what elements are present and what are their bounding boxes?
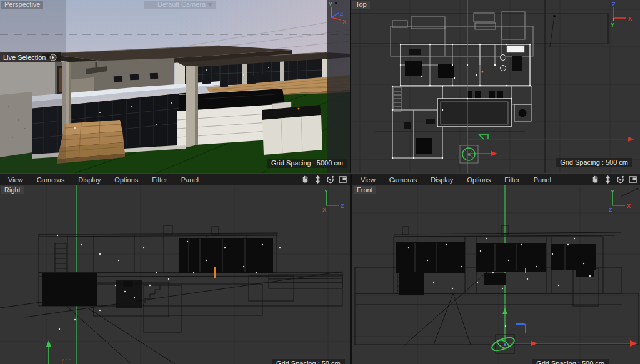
dolly-icon[interactable] bbox=[604, 175, 612, 184]
menu-panel[interactable]: Panel bbox=[174, 176, 206, 184]
menu-filter[interactable]: Filter bbox=[145, 176, 174, 184]
cinema4d-four-view-layout: Perspective Default Camera Live Selectio… bbox=[0, 0, 640, 364]
top-scene bbox=[351, 0, 640, 173]
axis-gizmo: Y Z X bbox=[321, 1, 349, 26]
menu-display[interactable]: Display bbox=[424, 176, 460, 184]
svg-text:Y: Y bbox=[324, 189, 328, 195]
grid-spacing-readout: Grid Spacing : 50 cm bbox=[272, 359, 345, 364]
axis-gizmo: Z X Y bbox=[606, 1, 634, 29]
perspective-scene bbox=[0, 0, 350, 173]
menu-filter[interactable]: Filter bbox=[498, 176, 526, 184]
svg-text:X: X bbox=[628, 16, 632, 22]
live-selection-icon bbox=[49, 54, 57, 61]
menu-options[interactable]: Options bbox=[108, 176, 145, 184]
front-scene bbox=[352, 185, 640, 364]
svg-text:Z: Z bbox=[612, 1, 616, 7]
active-tool-hint: Live Selection bbox=[0, 52, 61, 62]
camera-label: Default Camera bbox=[158, 1, 206, 8]
toggle-maximize-icon[interactable] bbox=[629, 175, 637, 184]
svg-text:Z: Z bbox=[609, 207, 612, 213]
chevron-down-icon bbox=[208, 3, 212, 6]
active-tool-label: Live Selection bbox=[3, 54, 46, 61]
viewport-label-front: Front bbox=[354, 186, 376, 194]
menu-options[interactable]: Options bbox=[460, 176, 498, 184]
menu-display[interactable]: Display bbox=[71, 176, 108, 184]
menubar-right: View Cameras Display Options Filter Pane… bbox=[352, 174, 640, 185]
rotate-icon[interactable] bbox=[326, 175, 334, 184]
viewport-label-perspective: Perspective bbox=[1, 1, 43, 9]
grid-spacing-readout: Grid Spacing : 5000 cm bbox=[267, 159, 348, 168]
camera-icon bbox=[147, 2, 155, 7]
svg-text:Y: Y bbox=[611, 22, 614, 28]
grid-spacing-readout: Grid Spacing : 500 cm bbox=[556, 158, 632, 167]
svg-text:Y: Y bbox=[611, 189, 614, 195]
menu-cameras[interactable]: Cameras bbox=[382, 176, 424, 184]
viewport-perspective[interactable]: Perspective Default Camera Live Selectio… bbox=[0, 0, 350, 173]
svg-text:X: X bbox=[342, 19, 346, 25]
menubar-left: View Cameras Display Options Filter Pane… bbox=[0, 174, 350, 185]
pan-icon[interactable] bbox=[591, 175, 599, 184]
svg-text:Y: Y bbox=[329, 1, 332, 7]
menu-view[interactable]: View bbox=[1, 176, 30, 184]
svg-text:X: X bbox=[322, 207, 326, 213]
svg-text:Z: Z bbox=[341, 203, 344, 209]
rotate-icon[interactable] bbox=[616, 175, 624, 184]
axis-gizmo: Y Z X bbox=[318, 188, 345, 215]
viewport-top[interactable]: Top Grid Spacing : 500 cm Z X Y bbox=[351, 0, 640, 173]
right-scene bbox=[0, 185, 350, 364]
menu-panel[interactable]: Panel bbox=[527, 176, 558, 184]
camera-selector[interactable]: Default Camera bbox=[144, 1, 216, 9]
grid-spacing-readout: Grid Spacing : 500 cm bbox=[532, 359, 609, 364]
dolly-icon[interactable] bbox=[314, 175, 322, 184]
menu-view[interactable]: View bbox=[354, 176, 382, 184]
viewport-front[interactable]: Front Grid Spacing : 500 cm Y X Z bbox=[352, 185, 640, 364]
toggle-maximize-icon[interactable] bbox=[339, 175, 347, 184]
viewport-label-right: Right bbox=[1, 186, 24, 194]
svg-text:Z: Z bbox=[340, 11, 344, 17]
viewport-label-top: Top bbox=[352, 1, 370, 9]
svg-text:X: X bbox=[627, 203, 631, 209]
axis-gizmo: Y X Z bbox=[604, 188, 631, 215]
menu-cameras[interactable]: Cameras bbox=[30, 176, 72, 184]
viewport-right[interactable]: Right Grid Spacing : 50 cm Y Z X bbox=[0, 185, 350, 364]
pan-icon[interactable] bbox=[301, 175, 309, 184]
